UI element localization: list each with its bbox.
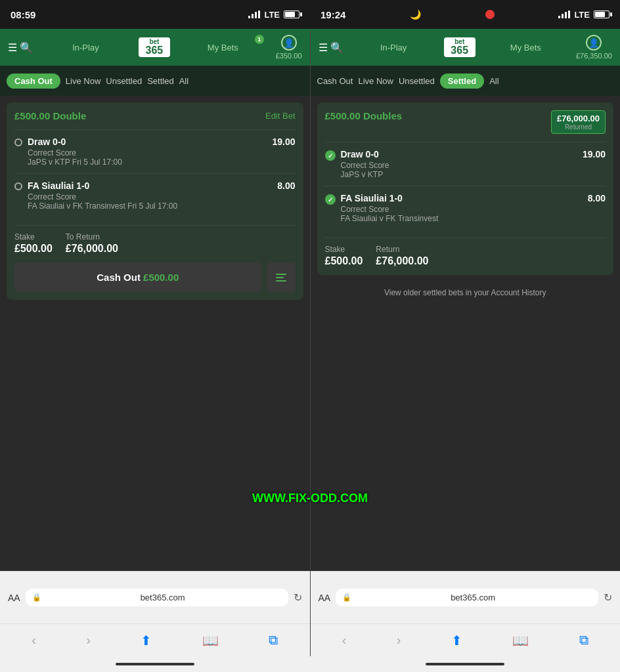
moon-icon: 🌙 <box>410 9 421 20</box>
left-cashout-row: Cash Out £500.00 <box>14 262 296 292</box>
right-lock-icon: 🔒 <box>342 593 351 602</box>
view-older-bets[interactable]: View older settled bets in your Account … <box>317 285 614 300</box>
left-sel2-name: FA Siauliai 1-0 <box>28 180 177 191</box>
left-sel2-circle <box>14 182 22 190</box>
left-back-icon[interactable]: ‹ <box>32 633 36 648</box>
left-menu-search[interactable]: ☰ 🔍 <box>8 41 33 54</box>
right-my-bets[interactable]: My Bets <box>481 43 571 52</box>
left-stake-return: Stake £500.00 To Return £76,000.00 <box>14 225 296 255</box>
returned-badge: £76,000.00 Returned <box>551 110 606 134</box>
right-tab-cashout[interactable]: Cash Out <box>317 74 353 89</box>
right-forward-icon[interactable]: › <box>397 633 401 648</box>
right-sel2-odds: 8.00 <box>588 193 606 203</box>
right-refresh-icon[interactable]: ↻ <box>604 591 612 604</box>
left-bet-card: £500.00 Double Edit Bet Draw 0-0 Correct… <box>7 102 303 300</box>
left-logo-365: 365 <box>146 45 164 56</box>
left-edit-bet[interactable]: Edit Bet <box>265 111 296 121</box>
right-balance: £76,350.00 <box>576 52 612 60</box>
right-logo[interactable]: bet 365 <box>444 37 476 57</box>
right-bet-card: £500.00 Doubles £76,000.00 Returned Draw… <box>317 102 614 275</box>
right-filter-tabs: Cash Out Live Now Unsettled Settled All <box>311 66 621 96</box>
right-return-label: Return <box>376 245 428 254</box>
left-sel2-info: FA Siauliai 1-0 Correct Score FA Siaulia… <box>28 180 177 211</box>
left-return-label: To Return <box>66 232 118 242</box>
home-indicators <box>0 656 620 672</box>
left-filter-tabs: Cash Out Live Now Unsettled Settled All <box>0 66 310 96</box>
left-tabs-icon[interactable]: ⧉ <box>269 633 278 648</box>
returned-amount: £76,000.00 <box>557 114 600 123</box>
left-sel2-market: Correct Score <box>28 192 177 201</box>
left-my-bets-badge: 1 <box>255 35 264 44</box>
left-selection-1: Draw 0-0 Correct Score JaPS v KTP Fri 5 … <box>14 129 296 173</box>
left-return-value: £76,000.00 <box>66 243 118 255</box>
right-signal-icon <box>558 10 570 18</box>
right-home-bar <box>426 663 504 665</box>
right-search-icon: 🔍 <box>330 41 343 54</box>
right-browser-nav: ‹ › ⬆ 📖 ⧉ <box>311 623 621 656</box>
left-sel2-fixture: FA Siauliai v FK Transinvest Fri 5 Jul 1… <box>28 201 177 211</box>
left-my-bets[interactable]: My Bets <box>175 43 271 52</box>
right-account-icon: 👤 <box>586 35 602 51</box>
left-in-play[interactable]: In-Play <box>38 43 133 52</box>
right-menu-search[interactable]: ☰ 🔍 <box>319 41 343 54</box>
left-tab-unsettled[interactable]: Unsettled <box>106 74 142 89</box>
left-cashout-amount: £500.00 <box>143 272 179 283</box>
left-signal-icon <box>248 10 260 18</box>
left-refresh-icon[interactable]: ↻ <box>294 591 302 604</box>
right-sel1-odds: 19.00 <box>583 149 606 159</box>
left-browser-bar: AA 🔒 bet365.com ↻ <box>0 571 310 623</box>
left-status-bar: 08:59 LTE <box>0 0 310 29</box>
right-url-container[interactable]: 🔒 bet365.com <box>336 589 598 606</box>
left-bookmarks-icon[interactable]: 📖 <box>202 633 219 648</box>
right-tab-livenow[interactable]: Live Now <box>358 74 393 89</box>
right-battery-icon <box>594 10 609 18</box>
left-nav-bar: ☰ 🔍 In-Play bet 365 My Bets 1 👤 £350.00 <box>0 29 310 66</box>
right-account[interactable]: 👤 £76,350.00 <box>576 35 612 60</box>
right-logo-365: 365 <box>451 45 468 56</box>
left-browser-aa[interactable]: AA <box>8 593 20 603</box>
right-status-bar: 19:24 🌙 LTE <box>310 0 620 29</box>
left-cashout-settings-button[interactable] <box>267 262 296 292</box>
right-bookmarks-icon[interactable]: 📖 <box>512 633 529 648</box>
right-selection-2: FA Siauliai 1-0 Correct Score FA Siaulia… <box>325 186 606 230</box>
right-browser-bar: AA 🔒 bet365.com ↻ <box>311 571 621 623</box>
hamburger-icon: ☰ <box>8 41 17 54</box>
left-tab-livenow[interactable]: Live Now <box>66 74 100 89</box>
right-nav-bar: ☰ 🔍 In-Play bet 365 My Bets 👤 £76,350.00 <box>311 29 621 66</box>
left-lock-icon: 🔒 <box>32 593 41 602</box>
right-back-icon[interactable]: ‹ <box>342 633 347 648</box>
right-screen: ☰ 🔍 In-Play bet 365 My Bets 👤 £76,350.00… <box>311 29 621 571</box>
right-tab-unsettled[interactable]: Unsettled <box>399 74 435 89</box>
left-forward-icon[interactable]: › <box>86 633 91 648</box>
right-sel2-check <box>325 194 336 205</box>
left-stake-label: Stake <box>14 232 53 242</box>
browser-nav-bars: ‹ › ⬆ 📖 ⧉ ‹ › ⬆ 📖 ⧉ <box>0 623 620 656</box>
left-account-icon: 👤 <box>281 35 297 51</box>
left-sel1-odds: 19.00 <box>272 136 295 147</box>
right-in-play[interactable]: In-Play <box>349 43 439 52</box>
left-cashout-button[interactable]: Cash Out £500.00 <box>14 262 261 292</box>
left-sel1-name: Draw 0-0 <box>28 136 122 147</box>
left-balance: £350.00 <box>276 52 302 60</box>
left-settings-icon <box>276 274 286 282</box>
left-home-bar <box>116 663 194 665</box>
right-browser-aa[interactable]: AA <box>319 593 331 603</box>
left-url-container[interactable]: 🔒 bet365.com <box>26 589 288 606</box>
returned-label: Returned <box>557 123 600 131</box>
left-account[interactable]: 👤 £350.00 <box>276 35 302 60</box>
left-browser-nav: ‹ › ⬆ 📖 ⧉ <box>0 623 310 656</box>
left-time: 08:59 <box>11 9 35 20</box>
left-tab-settled[interactable]: Settled <box>147 74 173 89</box>
right-sel1-fixture: JaPS v KTP <box>341 170 389 179</box>
right-tabs-icon[interactable]: ⧉ <box>579 633 588 648</box>
left-sel1-fixture: JaPS v KTP Fri 5 Jul 17:00 <box>28 158 122 167</box>
left-sel1-circle <box>14 138 22 146</box>
left-tab-cashout[interactable]: Cash Out <box>7 74 60 89</box>
left-tab-all[interactable]: All <box>179 74 188 89</box>
left-share-icon[interactable]: ⬆ <box>141 633 152 648</box>
right-tab-settled[interactable]: Settled <box>440 74 484 89</box>
right-share-icon[interactable]: ⬆ <box>451 633 462 648</box>
right-tab-all[interactable]: All <box>489 74 498 89</box>
left-home-indicator <box>0 656 310 672</box>
left-logo[interactable]: bet 365 <box>139 37 170 57</box>
